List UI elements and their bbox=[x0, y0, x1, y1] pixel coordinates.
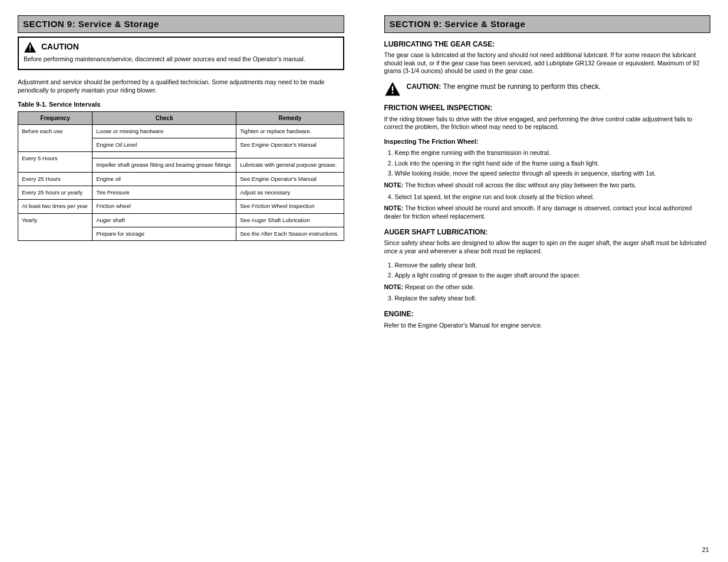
cell: Before each use bbox=[18, 124, 93, 152]
section-heading-right: SECTION 9: Service & Storage bbox=[384, 15, 711, 33]
auger-paragraph: Since safety shear bolts are designed to… bbox=[384, 239, 711, 255]
inspect-steps: Keep the engine running with the transmi… bbox=[384, 149, 711, 178]
note-label: NOTE: bbox=[384, 181, 404, 189]
caution-box: CAUTION Before performing maintenance/se… bbox=[18, 37, 344, 71]
gearcase-paragraph: The gear case is lubricated at the facto… bbox=[384, 51, 711, 75]
svg-rect-3 bbox=[391, 92, 393, 94]
cell: See the After Each Season instructions. bbox=[236, 227, 344, 241]
caution-inline-word: CAUTION bbox=[407, 82, 439, 91]
auger-steps-cont: Replace the safety shear bolt. bbox=[384, 295, 711, 303]
caution-text: Before performing maintenance/service, d… bbox=[24, 55, 338, 64]
cell bbox=[93, 152, 236, 158]
note-label: NOTE: bbox=[384, 283, 404, 290]
svg-rect-2 bbox=[391, 86, 393, 91]
note-label: NOTE: bbox=[384, 204, 404, 211]
inspect-heading: Inspecting The Friction Wheel: bbox=[384, 137, 711, 146]
friction-paragraph: If the riding blower fails to drive with… bbox=[384, 115, 711, 131]
th-remedy: Remedy bbox=[236, 111, 344, 124]
cell: Every 25 Hours bbox=[18, 172, 93, 186]
cell: See Auger Shaft Lubrication bbox=[236, 213, 344, 227]
gearcase-heading: LUBRICATING THE GEAR CASE: bbox=[384, 40, 711, 49]
cell: Tire Pressure bbox=[93, 186, 236, 200]
list-item: Select 1st speed, let the engine run and… bbox=[395, 193, 711, 201]
cell: Yearly bbox=[18, 213, 93, 241]
caution-inline-text: The engine must be running to perform th… bbox=[443, 82, 601, 91]
cell: See Engine Operator's Manual bbox=[236, 138, 344, 158]
warning-icon bbox=[24, 41, 37, 53]
note-2: NOTE: The friction wheel should be round… bbox=[384, 204, 711, 220]
cell: Auger shaft bbox=[93, 213, 236, 227]
section-heading-left: SECTION 9: Service & Storage bbox=[18, 15, 344, 33]
svg-rect-0 bbox=[29, 45, 31, 48]
cell: At least two times per year bbox=[18, 200, 93, 213]
th-check: Check bbox=[93, 111, 236, 124]
caution-word: CAUTION bbox=[41, 41, 79, 52]
friction-heading: FRICTION WHEEL INSPECTION: bbox=[384, 104, 711, 113]
note-text: The friction wheel should be round and s… bbox=[384, 204, 692, 220]
cell: Every 25 hours or yearly bbox=[18, 186, 93, 200]
table-title: Table 9-1. Service Intervals bbox=[18, 100, 344, 108]
auger-heading: AUGER SHAFT LUBRICATION: bbox=[384, 228, 711, 237]
left-column: SECTION 9: Service & Storage CAUTION Bef… bbox=[18, 15, 344, 335]
list-item: Replace the safety shear bolt. bbox=[395, 295, 711, 303]
list-item: Apply a light coating of grease to the a… bbox=[395, 272, 711, 280]
service-table: Frequency Check Remedy Before each use L… bbox=[18, 111, 344, 242]
list-item: Look into the opening in the right hand … bbox=[395, 160, 711, 168]
cell: Lubricate with general purpose grease. bbox=[236, 158, 344, 172]
cell: Engine Oil Level bbox=[93, 138, 236, 152]
list-item: Keep the engine running with the transmi… bbox=[395, 149, 711, 157]
note-text: Repeat on the other side. bbox=[405, 283, 475, 290]
list-item: While looking inside, move the speed sel… bbox=[395, 170, 711, 178]
note-3: NOTE: Repeat on the other side. bbox=[384, 283, 711, 292]
cell: Loose or missing hardware bbox=[93, 124, 236, 138]
intro-paragraph: Adjustment and service should be perform… bbox=[18, 78, 344, 94]
cell: Engine oil bbox=[93, 172, 236, 186]
note-1: NOTE: The friction wheel should roll acr… bbox=[384, 181, 711, 190]
cell: Every 5 Hours bbox=[18, 152, 93, 172]
cell: See Engine Operator's Manual bbox=[236, 172, 344, 186]
warning-icon bbox=[384, 81, 401, 97]
cell: Prepare for storage bbox=[93, 227, 236, 241]
cell: Impeller shaft grease fitting and bearin… bbox=[93, 158, 236, 172]
cell: Tighten or replace hardware. bbox=[236, 124, 344, 138]
engine-paragraph: Refer to the Engine Operator's Manual fo… bbox=[384, 322, 711, 330]
note-text: The friction wheel should roll across th… bbox=[405, 181, 637, 189]
inspect-steps-cont: Select 1st speed, let the engine run and… bbox=[384, 193, 711, 201]
cell: Friction wheel bbox=[93, 200, 236, 213]
cell: Adjust as necessary bbox=[236, 186, 344, 200]
svg-rect-1 bbox=[29, 49, 31, 51]
right-column: SECTION 9: Service & Storage LUBRICATING… bbox=[384, 15, 711, 335]
auger-steps: Remove the safety shear bolt. Apply a li… bbox=[384, 262, 711, 280]
caution-inline: CAUTION: The engine must be running to p… bbox=[384, 81, 711, 97]
list-item: Remove the safety shear bolt. bbox=[395, 262, 711, 270]
th-frequency: Frequency bbox=[18, 111, 93, 124]
engine-heading: ENGINE: bbox=[384, 310, 711, 319]
cell: See Friction Wheel Inspection bbox=[236, 200, 344, 213]
